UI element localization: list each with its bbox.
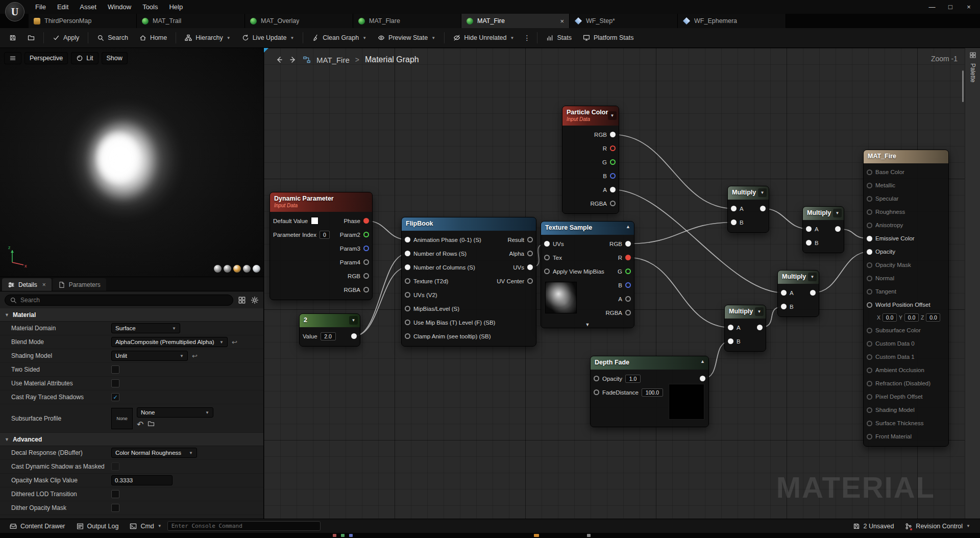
value-box[interactable]: 0.0 (904, 313, 919, 322)
close-button[interactable]: × (960, 1, 978, 13)
value-box[interactable]: 1.0 (625, 375, 641, 383)
node-texture-sample-tex[interactable]: Texture Sample▲UVsRGBTexRApply View MipB… (541, 221, 634, 328)
node-header[interactable]: Texture Sample▲ (541, 222, 634, 235)
input-pin[interactable] (867, 328, 872, 333)
output-pin[interactable] (625, 255, 631, 260)
toolbar-hide-unrelated-button[interactable]: Hide Unrelated▼ (448, 31, 519, 44)
tab-details[interactable]: Details× (2, 278, 52, 291)
input-pin[interactable] (867, 302, 872, 308)
input-pin[interactable] (544, 255, 550, 260)
toolbar-home-button[interactable]: Home (134, 31, 172, 44)
output-pin[interactable] (351, 333, 357, 339)
output-pin[interactable] (757, 325, 763, 330)
tab-parameters[interactable]: Parameters (53, 278, 106, 291)
node-depth-fade-df[interactable]: Depth Fade▲Opacity1.0FadeDistance100.0 (590, 356, 709, 427)
node-multiply-m3[interactable]: Multiply▼AB (777, 270, 819, 317)
input-pin[interactable] (405, 237, 410, 242)
cast-dynamic-shadow-as-masked-checkbox[interactable] (111, 462, 119, 471)
preview-shape-cylinder-button[interactable] (214, 265, 222, 273)
node-header[interactable]: Dynamic ParameterInput Data (270, 192, 372, 212)
output-pin[interactable] (527, 237, 533, 242)
revision-control-button[interactable]: Revision Control▼ (899, 519, 976, 533)
preview-shape-plane-button[interactable] (233, 265, 241, 273)
menu-file[interactable]: File (30, 1, 52, 13)
reset-to-default-icon[interactable]: ↩ (232, 338, 237, 346)
output-pin[interactable] (363, 246, 369, 251)
two-sided-checkbox[interactable] (111, 365, 119, 374)
toolbar-platform-stats-button[interactable]: Platform Stats (578, 31, 639, 44)
output-pin[interactable] (625, 241, 631, 247)
node-header[interactable]: Depth Fade▲ (591, 356, 708, 370)
display-filter-button[interactable] (238, 296, 246, 304)
tab-mat-flare[interactable]: MAT_Flare (353, 14, 461, 28)
node-header[interactable]: Multiply▼ (803, 207, 844, 220)
input-pin[interactable] (405, 306, 410, 311)
input-pin[interactable] (781, 290, 787, 296)
input-pin[interactable] (594, 389, 599, 395)
output-pin[interactable] (527, 278, 533, 284)
output-pin[interactable] (610, 159, 616, 165)
node-header[interactable]: 2▼ (300, 314, 360, 327)
viewport-perspective-button[interactable]: Perspective (24, 52, 68, 64)
viewport-show-button[interactable]: Show (102, 52, 128, 64)
preview-shape-mesh-button[interactable] (253, 265, 260, 273)
shading-model-dropdown[interactable]: Unlit▼ (111, 351, 188, 361)
node-particle-color-pc[interactable]: Particle ColorInput Data▼RGBRGBARGBA (562, 106, 619, 214)
unsaved-button[interactable]: 2 Unsaved (847, 519, 900, 533)
value-box[interactable]: 0 (320, 231, 330, 239)
material-domain-dropdown[interactable]: Surface▼ (111, 323, 180, 333)
input-pin[interactable] (867, 354, 872, 360)
input-pin[interactable] (867, 209, 872, 215)
toolbar-preview-state-button[interactable]: Preview State▼ (373, 31, 440, 44)
content-drawer-button[interactable]: Content Drawer (4, 519, 71, 533)
material-graph-panel[interactable]: MATERIAL Dynamic ParameterInput DataDefa… (263, 48, 980, 519)
close-tab-icon[interactable]: × (560, 17, 564, 25)
input-pin[interactable] (806, 226, 812, 232)
input-pin[interactable] (867, 196, 872, 202)
output-pin[interactable] (700, 376, 705, 381)
node-flipbook-flip[interactable]: FlipBookAnimation Phase (0-1) (S)ResultN… (401, 217, 536, 347)
palette-tab[interactable]: Palette (965, 48, 980, 519)
input-pin[interactable] (867, 223, 872, 228)
input-pin[interactable] (405, 292, 410, 298)
toolbar-stats-button[interactable]: Stats (541, 31, 577, 44)
output-pin[interactable] (610, 132, 616, 137)
input-pin[interactable] (867, 407, 872, 413)
input-pin[interactable] (867, 421, 872, 426)
node-header[interactable]: Particle ColorInput Data▼ (562, 106, 619, 126)
input-pin[interactable] (867, 434, 872, 439)
asset-thumbnail[interactable]: None (111, 408, 133, 429)
input-pin[interactable] (728, 338, 733, 344)
toolbar-save-button[interactable] (4, 31, 21, 44)
toolbar-search-button[interactable]: Search (92, 31, 133, 44)
input-pin[interactable] (405, 333, 410, 339)
input-pin[interactable] (867, 289, 872, 295)
toolbar-browse-button[interactable] (22, 31, 40, 44)
input-pin[interactable] (867, 249, 872, 255)
preview-shape-cube-button[interactable] (243, 265, 251, 273)
node-menu-chevron-icon[interactable]: ▼ (608, 111, 617, 120)
input-pin[interactable] (867, 341, 872, 347)
node-multiply-m4[interactable]: Multiply▼AB (724, 305, 766, 352)
menu-help[interactable]: Help (163, 1, 188, 13)
breadcrumb-root[interactable]: MAT_Fire (316, 56, 350, 64)
output-pin[interactable] (625, 310, 631, 315)
node-header[interactable]: Multiply▼ (728, 186, 769, 200)
node-header[interactable]: FlipBook (402, 217, 536, 231)
blend-mode-dropdown[interactable]: AlphaComposite (Premultiplied Alpha)▼ (111, 337, 228, 347)
input-pin[interactable] (867, 276, 872, 281)
output-pin[interactable] (527, 251, 533, 256)
node-header[interactable]: Multiply▼ (778, 271, 819, 284)
node-collapse-icon[interactable]: ▲ (626, 224, 630, 229)
input-pin[interactable] (867, 262, 872, 268)
value-box[interactable]: 100.0 (642, 388, 663, 397)
output-pin[interactable] (363, 218, 369, 224)
toolbar-live-update-button[interactable]: Live Update▼ (237, 31, 300, 44)
value-box[interactable]: 0.0 (926, 313, 940, 322)
dither-opacity-mask-checkbox[interactable] (111, 504, 119, 512)
tab-mat-overlay[interactable]: MAT_Overlay (245, 14, 353, 28)
toolbar-more-button[interactable]: ⋮ (520, 32, 533, 44)
input-pin[interactable] (867, 236, 872, 241)
value-box[interactable]: 0.0 (883, 313, 897, 322)
console-command-input[interactable] (167, 521, 321, 531)
